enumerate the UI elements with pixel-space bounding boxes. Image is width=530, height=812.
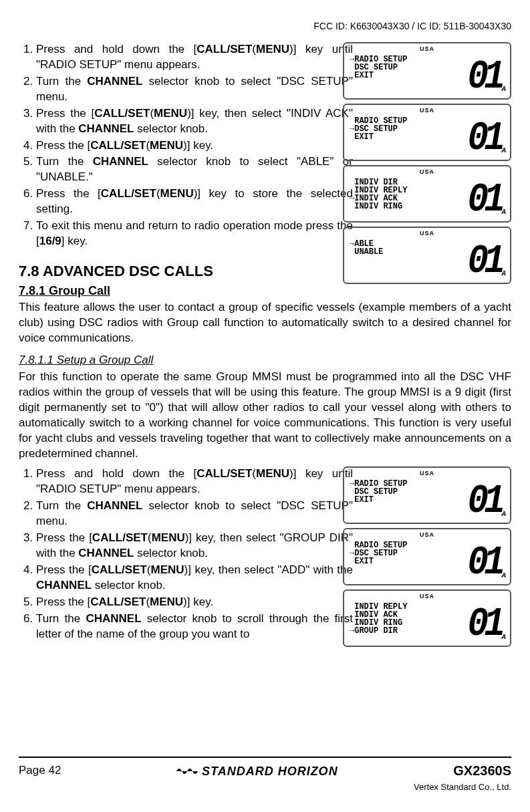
- usa-label: USA: [420, 592, 434, 600]
- lcd-screen: USA→RADIO SETUP DSC SETUP EXIT01A: [343, 42, 511, 100]
- step-item: Turn the CHANNEL selector knob to select…: [36, 74, 353, 105]
- footer: Page 42 STANDARD HORIZON GX2360S Vertex …: [19, 757, 511, 793]
- step-item: Press the [CALL/SET(MENU)] key to store …: [36, 186, 353, 217]
- lcd-panel-group-2: USA→RADIO SETUP DSC SETUP EXIT01AUSA RAD…: [343, 466, 511, 651]
- brand-logo: STANDARD HORIZON: [176, 763, 338, 779]
- lcd-screen: USA→ABLE UNABLE01A: [343, 227, 511, 284]
- lcd-sub-a: A: [501, 571, 506, 581]
- lcd-menu-text: INDIV DIR INDIV REPLY →INDIV ACK INDIV R…: [350, 178, 423, 219]
- lcd-screen: USA→RADIO SETUP DSC SETUP EXIT01A: [343, 466, 511, 524]
- step-item: Press the [CALL/SET(MENU)] key, then sel…: [36, 531, 353, 561]
- lcd-screen: USA RADIO SETUP →DSC SETUP EXIT01A: [343, 104, 511, 161]
- step-item: Turn the CHANNEL selector knob to select…: [36, 154, 353, 185]
- lcd-channel-number: 01: [467, 110, 501, 166]
- lcd-menu-text: RADIO SETUP →DSC SETUP EXIT: [350, 541, 423, 581]
- steps-list-2: Press and hold down the [CALL/SET(MENU)]…: [19, 466, 353, 642]
- step-item: Turn the CHANNEL selector knob to scroll…: [36, 612, 353, 642]
- section-1: Press and hold down the [CALL/SET(MENU)]…: [19, 42, 511, 249]
- usa-label: USA: [420, 469, 434, 477]
- usa-label: USA: [420, 168, 434, 176]
- lcd-sub-a: A: [501, 632, 506, 642]
- step-item: Turn the CHANNEL selector knob to select…: [36, 499, 353, 529]
- lcd-panel-group-1: USA→RADIO SETUP DSC SETUP EXIT01AUSA RAD…: [343, 42, 511, 288]
- step-item: Press the [CALL/SET(MENU)] key, then sel…: [36, 106, 353, 137]
- lcd-menu-text: →ABLE UNABLE: [350, 240, 423, 280]
- step-item: Press the [CALL/SET(MENU)] key.: [36, 595, 353, 610]
- paragraph-setup-group: For this function to operate the same Gr…: [19, 370, 511, 462]
- lcd-screen: USA INDIV REPLY INDIV ACK INDIV RING →GR…: [343, 589, 511, 647]
- lcd-menu-text: RADIO SETUP →DSC SETUP EXIT: [350, 117, 423, 157]
- usa-label: USA: [420, 106, 434, 114]
- step-item: Press and hold down the [CALL/SET(MENU)]…: [36, 466, 353, 497]
- lcd-sub-a: A: [501, 269, 506, 279]
- step-item: Press the [CALL/SET(MENU)] key, then sel…: [36, 563, 353, 593]
- lcd-sub-a: A: [501, 84, 506, 94]
- lcd-screen: USA RADIO SETUP →DSC SETUP EXIT01A: [343, 528, 511, 585]
- lcd-menu-text: →RADIO SETUP DSC SETUP EXIT: [350, 55, 423, 96]
- step-item: Press the [CALL/SET(MENU)] key.: [36, 138, 353, 154]
- heading-7-8-1-1: 7.8.1.1 Setup a Group Call: [19, 353, 511, 368]
- paragraph-group-call: This feature allows the user to contact …: [19, 300, 511, 346]
- lcd-channel-number: 01: [467, 172, 501, 228]
- wave-icon: [176, 766, 198, 777]
- header-id: FCC ID: K6630043X30 / IC ID: 511B-30043X…: [19, 20, 511, 33]
- lcd-channel-number: 01: [467, 473, 501, 529]
- usa-label: USA: [420, 45, 434, 53]
- lcd-sub-a: A: [501, 146, 506, 156]
- lcd-channel-number: 01: [467, 233, 501, 289]
- usa-label: USA: [420, 229, 434, 237]
- usa-label: USA: [420, 531, 434, 539]
- step-item: Press and hold down the [CALL/SET(MENU)]…: [36, 42, 353, 73]
- lcd-sub-a: A: [501, 509, 506, 519]
- lcd-screen: USA INDIV DIR INDIV REPLY →INDIV ACK IND…: [343, 165, 511, 223]
- lcd-channel-number: 01: [467, 596, 501, 652]
- lcd-sub-a: A: [501, 207, 506, 217]
- brand-text: STANDARD HORIZON: [202, 763, 338, 779]
- lcd-channel-number: 01: [467, 49, 501, 105]
- section-2: Press and hold down the [CALL/SET(MENU)]…: [19, 466, 511, 642]
- step-item: To exit this menu and return to radio op…: [36, 219, 353, 249]
- lcd-channel-number: 01: [467, 535, 501, 591]
- company-name: Vertex Standard Co., Ltd.: [19, 781, 511, 793]
- model-number: GX2360S: [453, 762, 511, 780]
- steps-list-1: Press and hold down the [CALL/SET(MENU)]…: [19, 42, 353, 249]
- page-number: Page 42: [19, 763, 61, 779]
- lcd-menu-text: INDIV REPLY INDIV ACK INDIV RING →GROUP …: [350, 603, 423, 643]
- lcd-menu-text: →RADIO SETUP DSC SETUP EXIT: [350, 480, 423, 520]
